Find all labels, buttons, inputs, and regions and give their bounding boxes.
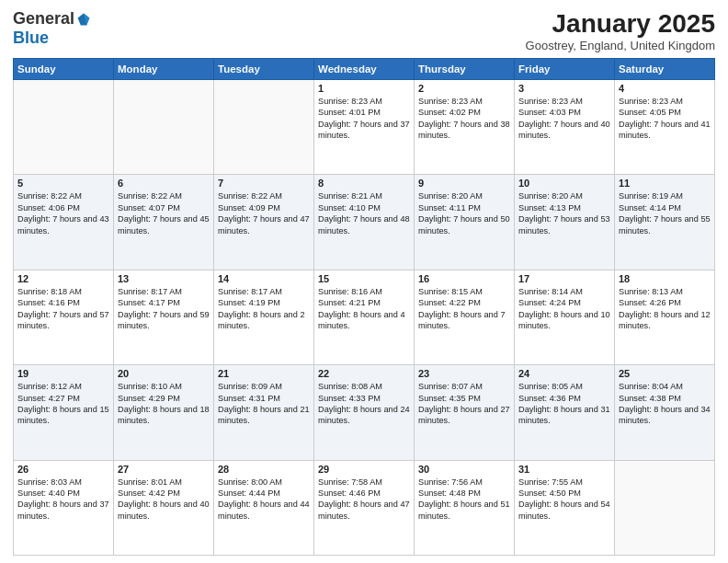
cell-details: Sunrise: 8:20 AMSunset: 4:13 PMDaylight:…: [518, 190, 610, 236]
calendar-cell: 23Sunrise: 8:07 AMSunset: 4:35 PMDayligh…: [415, 365, 515, 460]
cell-details: Sunrise: 8:13 AMSunset: 4:26 PMDaylight:…: [619, 286, 711, 332]
day-number: 19: [17, 368, 109, 379]
calendar-cell: 28Sunrise: 8:00 AMSunset: 4:44 PMDayligh…: [214, 460, 314, 555]
calendar-cell: 11Sunrise: 8:19 AMSunset: 4:14 PMDayligh…: [615, 175, 715, 270]
cell-details: Sunrise: 8:15 AMSunset: 4:22 PMDaylight:…: [418, 286, 510, 332]
cell-details: Sunrise: 7:55 AMSunset: 4:50 PMDaylight:…: [518, 477, 610, 523]
cell-details: Sunrise: 8:00 AMSunset: 4:44 PMDaylight:…: [218, 477, 310, 523]
calendar-cell: 20Sunrise: 8:10 AMSunset: 4:29 PMDayligh…: [114, 365, 214, 460]
cell-details: Sunrise: 8:10 AMSunset: 4:29 PMDaylight:…: [118, 381, 210, 427]
calendar-cell: [615, 460, 715, 555]
day-number: 12: [17, 273, 109, 284]
calendar-cell: 26Sunrise: 8:03 AMSunset: 4:40 PMDayligh…: [14, 460, 114, 555]
day-number: 1: [318, 83, 410, 94]
day-number: 27: [118, 464, 210, 475]
day-number: 4: [619, 83, 711, 94]
calendar-cell: 14Sunrise: 8:17 AMSunset: 4:19 PMDayligh…: [214, 270, 314, 364]
day-number: 5: [17, 178, 109, 189]
weekday-header-monday: Monday: [114, 59, 214, 80]
weekday-header-sunday: Sunday: [14, 59, 114, 80]
cell-details: Sunrise: 8:16 AMSunset: 4:21 PMDaylight:…: [318, 286, 410, 332]
header: General Blue January 2025 Goostrey, Engl…: [13, 9, 715, 52]
cell-details: Sunrise: 8:09 AMSunset: 4:31 PMDaylight:…: [218, 381, 310, 427]
cell-details: Sunrise: 8:01 AMSunset: 4:42 PMDaylight:…: [118, 477, 210, 523]
cell-details: Sunrise: 8:17 AMSunset: 4:19 PMDaylight:…: [218, 286, 310, 332]
cell-details: Sunrise: 7:56 AMSunset: 4:48 PMDaylight:…: [418, 477, 510, 523]
calendar-cell: 16Sunrise: 8:15 AMSunset: 4:22 PMDayligh…: [415, 270, 515, 364]
weekday-header-wednesday: Wednesday: [314, 59, 415, 80]
calendar-cell: 4Sunrise: 8:23 AMSunset: 4:05 PMDaylight…: [615, 80, 715, 175]
cell-details: Sunrise: 8:23 AMSunset: 4:05 PMDaylight:…: [619, 96, 711, 142]
day-number: 16: [418, 273, 510, 284]
page: General Blue January 2025 Goostrey, Engl…: [0, 0, 728, 563]
day-number: 18: [619, 273, 711, 284]
calendar-cell: 2Sunrise: 8:23 AMSunset: 4:02 PMDaylight…: [415, 80, 515, 175]
day-number: 31: [518, 464, 610, 475]
day-number: 14: [218, 273, 310, 284]
calendar-cell: [214, 80, 314, 175]
logo: General Blue: [13, 9, 91, 48]
day-number: 20: [118, 368, 210, 379]
calendar-cell: 17Sunrise: 8:14 AMSunset: 4:24 PMDayligh…: [515, 270, 615, 364]
cell-details: Sunrise: 8:18 AMSunset: 4:16 PMDaylight:…: [17, 286, 109, 332]
day-number: 21: [218, 368, 310, 379]
calendar-cell: [114, 80, 214, 175]
day-number: 2: [418, 83, 510, 94]
calendar-week-row: 26Sunrise: 8:03 AMSunset: 4:40 PMDayligh…: [14, 460, 715, 555]
calendar-week-row: 1Sunrise: 8:23 AMSunset: 4:01 PMDaylight…: [14, 80, 715, 175]
calendar-cell: 3Sunrise: 8:23 AMSunset: 4:03 PMDaylight…: [515, 80, 615, 175]
cell-details: Sunrise: 8:19 AMSunset: 4:14 PMDaylight:…: [619, 190, 711, 236]
calendar-cell: 29Sunrise: 7:58 AMSunset: 4:46 PMDayligh…: [314, 460, 415, 555]
cell-details: Sunrise: 8:23 AMSunset: 4:03 PMDaylight:…: [518, 96, 610, 142]
day-number: 23: [418, 368, 510, 379]
day-number: 13: [118, 273, 210, 284]
header-right: January 2025 Goostrey, England, United K…: [526, 9, 715, 52]
logo-blue-text: Blue: [13, 29, 49, 48]
cell-details: Sunrise: 7:58 AMSunset: 4:46 PMDaylight:…: [318, 477, 410, 523]
cell-details: Sunrise: 8:20 AMSunset: 4:11 PMDaylight:…: [418, 190, 510, 236]
calendar-cell: 30Sunrise: 7:56 AMSunset: 4:48 PMDayligh…: [415, 460, 515, 555]
weekday-header-friday: Friday: [515, 59, 615, 80]
day-number: 15: [318, 273, 410, 284]
weekday-header-thursday: Thursday: [415, 59, 515, 80]
day-number: 9: [418, 178, 510, 189]
day-number: 24: [518, 368, 610, 379]
calendar-cell: 18Sunrise: 8:13 AMSunset: 4:26 PMDayligh…: [615, 270, 715, 364]
weekday-header-row: SundayMondayTuesdayWednesdayThursdayFrid…: [14, 59, 715, 80]
cell-details: Sunrise: 8:23 AMSunset: 4:01 PMDaylight:…: [318, 96, 410, 142]
cell-details: Sunrise: 8:22 AMSunset: 4:09 PMDaylight:…: [218, 190, 310, 236]
cell-details: Sunrise: 8:04 AMSunset: 4:38 PMDaylight:…: [619, 381, 711, 427]
calendar-cell: 5Sunrise: 8:22 AMSunset: 4:06 PMDaylight…: [14, 175, 114, 270]
calendar-cell: 24Sunrise: 8:05 AMSunset: 4:36 PMDayligh…: [515, 365, 615, 460]
calendar-cell: 1Sunrise: 8:23 AMSunset: 4:01 PMDaylight…: [314, 80, 415, 175]
cell-details: Sunrise: 8:21 AMSunset: 4:10 PMDaylight:…: [318, 190, 410, 236]
calendar-cell: 25Sunrise: 8:04 AMSunset: 4:38 PMDayligh…: [615, 365, 715, 460]
calendar-cell: 10Sunrise: 8:20 AMSunset: 4:13 PMDayligh…: [515, 175, 615, 270]
cell-details: Sunrise: 8:14 AMSunset: 4:24 PMDaylight:…: [518, 286, 610, 332]
calendar-cell: 31Sunrise: 7:55 AMSunset: 4:50 PMDayligh…: [515, 460, 615, 555]
calendar-cell: [14, 80, 114, 175]
calendar-cell: 21Sunrise: 8:09 AMSunset: 4:31 PMDayligh…: [214, 365, 314, 460]
day-number: 30: [418, 464, 510, 475]
logo-general-text: General: [13, 9, 74, 29]
day-number: 22: [318, 368, 410, 379]
calendar-cell: 27Sunrise: 8:01 AMSunset: 4:42 PMDayligh…: [114, 460, 214, 555]
day-number: 7: [218, 178, 310, 189]
cell-details: Sunrise: 8:17 AMSunset: 4:17 PMDaylight:…: [118, 286, 210, 332]
calendar-week-row: 19Sunrise: 8:12 AMSunset: 4:27 PMDayligh…: [14, 365, 715, 460]
calendar-cell: 8Sunrise: 8:21 AMSunset: 4:10 PMDaylight…: [314, 175, 415, 270]
day-number: 3: [518, 83, 610, 94]
cell-details: Sunrise: 8:07 AMSunset: 4:35 PMDaylight:…: [418, 381, 510, 427]
weekday-header-saturday: Saturday: [615, 59, 715, 80]
cell-details: Sunrise: 8:12 AMSunset: 4:27 PMDaylight:…: [17, 381, 109, 427]
cell-details: Sunrise: 8:08 AMSunset: 4:33 PMDaylight:…: [318, 381, 410, 427]
month-title: January 2025: [526, 9, 715, 39]
calendar-week-row: 5Sunrise: 8:22 AMSunset: 4:06 PMDaylight…: [14, 175, 715, 270]
calendar-cell: 12Sunrise: 8:18 AMSunset: 4:16 PMDayligh…: [14, 270, 114, 364]
day-number: 6: [118, 178, 210, 189]
cell-details: Sunrise: 8:23 AMSunset: 4:02 PMDaylight:…: [418, 96, 510, 142]
calendar-cell: 15Sunrise: 8:16 AMSunset: 4:21 PMDayligh…: [314, 270, 415, 364]
cell-details: Sunrise: 8:22 AMSunset: 4:06 PMDaylight:…: [17, 190, 109, 236]
calendar-cell: 9Sunrise: 8:20 AMSunset: 4:11 PMDaylight…: [415, 175, 515, 270]
logo-icon: [76, 12, 91, 27]
